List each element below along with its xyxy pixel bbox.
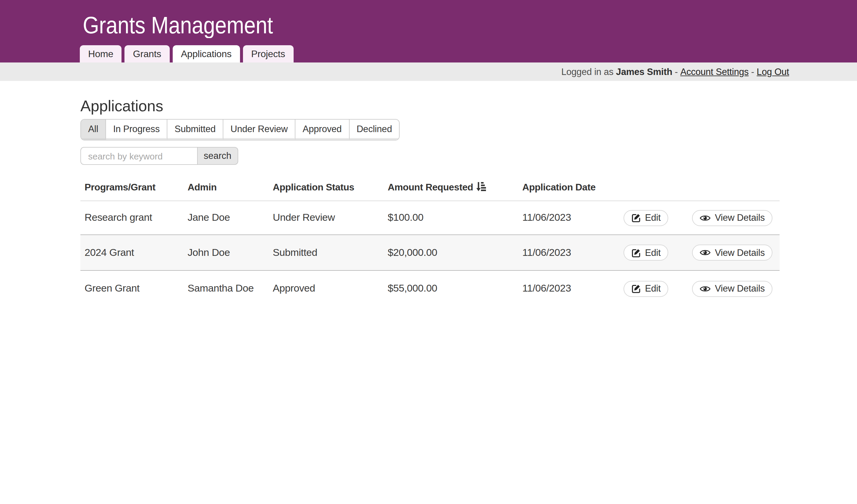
cell-amount: $100.00 xyxy=(384,201,518,235)
account-settings-link[interactable]: Account Settings xyxy=(680,66,749,77)
nav-tabs: HomeGrantsApplicationsProjects xyxy=(80,45,293,63)
logout-link[interactable]: Log Out xyxy=(757,66,789,77)
view-details-button[interactable]: View Details xyxy=(692,245,773,261)
search-button[interactable]: search xyxy=(197,147,238,165)
filter-declined[interactable]: Declined xyxy=(349,120,399,140)
section-heading: Applications xyxy=(80,97,779,115)
filter-label: Approved xyxy=(303,123,341,134)
tab-applications[interactable]: Applications xyxy=(172,45,240,63)
edit-button-label: Edit xyxy=(645,247,661,258)
edit-icon xyxy=(631,284,641,293)
table-row: 2024 Grant John Doe Submitted $20,000.00… xyxy=(80,235,779,271)
filter-label: All xyxy=(88,123,98,134)
tab-label: Applications xyxy=(181,49,231,59)
view-details-button-label: View Details xyxy=(715,283,765,294)
app-title: Grants Management xyxy=(83,13,273,37)
space-text xyxy=(614,66,616,77)
tab-label: Grants xyxy=(133,49,162,59)
eye-icon xyxy=(700,249,711,257)
separator-text xyxy=(672,66,675,77)
edit-button[interactable]: Edit xyxy=(624,245,669,261)
actions-wrap: Edit View Details xyxy=(615,210,775,226)
column-admin: Admin xyxy=(183,173,269,201)
eye-icon xyxy=(700,285,711,293)
edit-button-label: Edit xyxy=(645,212,661,223)
cell-date: 11/06/2023 xyxy=(518,271,610,307)
actions-wrap: Edit View Details xyxy=(615,245,775,261)
cell-program: Research grant xyxy=(80,201,183,235)
column-actions xyxy=(610,173,779,201)
view-details-button[interactable]: View Details xyxy=(692,281,773,297)
separator-dash: - xyxy=(675,66,678,77)
view-details-button-label: View Details xyxy=(715,212,765,223)
column-application-date: Application Date xyxy=(518,173,610,201)
edit-icon xyxy=(631,213,641,223)
cell-amount: $55,000.00 xyxy=(384,271,518,307)
cell-amount: $20,000.00 xyxy=(384,235,518,271)
topbar: Logged in as James Smith - Account Setti… xyxy=(0,63,857,81)
column-programs-grant: Programs/Grant xyxy=(80,173,183,201)
cell-status: Approved xyxy=(269,271,384,307)
separator-text xyxy=(749,66,751,77)
edit-button[interactable]: Edit xyxy=(624,210,669,226)
cell-actions: Edit View Details xyxy=(610,235,779,271)
separator-dash: - xyxy=(751,66,754,77)
tab-label: Projects xyxy=(251,49,285,59)
tab-label: Home xyxy=(88,49,114,59)
view-details-button-label: View Details xyxy=(715,247,765,258)
column-amount-requested[interactable]: Amount Requested xyxy=(384,173,518,201)
cell-actions: Edit View Details xyxy=(610,271,779,307)
cell-status: Submitted xyxy=(269,235,384,271)
table-header: Programs/Grant Admin Application Status … xyxy=(80,173,779,201)
username: James Smith xyxy=(616,66,672,77)
cell-status: Under Review xyxy=(269,201,384,235)
filter-approved[interactable]: Approved xyxy=(296,120,349,140)
edit-icon xyxy=(631,248,641,257)
actions-wrap: Edit View Details xyxy=(615,281,775,297)
sort-amount-down-icon xyxy=(476,181,486,192)
main-content: Applications AllIn ProgressSubmittedUnde… xyxy=(80,97,779,307)
tab-home[interactable]: Home xyxy=(80,45,122,63)
cell-date: 11/06/2023 xyxy=(518,201,610,235)
filter-submitted[interactable]: Submitted xyxy=(167,120,223,140)
applications-table: Programs/Grant Admin Application Status … xyxy=(80,173,779,307)
filter-label: Submitted xyxy=(174,123,216,134)
column-amount-requested-label: Amount Requested xyxy=(388,182,473,192)
cell-admin: John Doe xyxy=(183,235,269,271)
status-filter-group: AllIn ProgressSubmittedUnder ReviewAppro… xyxy=(80,119,400,140)
logged-in-text: Logged in as xyxy=(561,66,614,77)
table-body: Research grant Jane Doe Under Review $10… xyxy=(80,201,779,307)
edit-button[interactable]: Edit xyxy=(624,281,669,297)
cell-date: 11/06/2023 xyxy=(518,235,610,271)
view-details-button[interactable]: View Details xyxy=(692,210,773,226)
table-row: Research grant Jane Doe Under Review $10… xyxy=(80,201,779,235)
app: Grants Management HomeGrantsApplications… xyxy=(0,0,857,504)
tab-grants[interactable]: Grants xyxy=(125,45,170,63)
column-application-status: Application Status xyxy=(269,173,384,201)
tab-projects[interactable]: Projects xyxy=(243,45,293,63)
cell-admin: Jane Doe xyxy=(183,201,269,235)
filter-label: Under Review xyxy=(231,123,288,134)
cell-program: 2024 Grant xyxy=(80,235,183,271)
filter-under-review[interactable]: Under Review xyxy=(223,120,296,140)
space-text xyxy=(754,66,757,77)
eye-icon xyxy=(700,214,711,222)
cell-actions: Edit View Details xyxy=(610,201,779,235)
cell-program: Green Grant xyxy=(80,271,183,307)
filter-all[interactable]: All xyxy=(81,120,106,140)
edit-button-label: Edit xyxy=(645,283,661,294)
filter-in-progress[interactable]: In Progress xyxy=(106,120,167,140)
search-input[interactable] xyxy=(80,147,197,165)
cell-admin: Samantha Doe xyxy=(183,271,269,307)
table-row: Green Grant Samantha Doe Approved $55,00… xyxy=(80,271,779,307)
filter-label: Declined xyxy=(356,123,392,134)
space-text xyxy=(678,66,680,77)
app-header: Grants Management HomeGrantsApplications… xyxy=(0,0,857,63)
filter-label: In Progress xyxy=(113,123,159,134)
search-row: search xyxy=(80,147,779,165)
